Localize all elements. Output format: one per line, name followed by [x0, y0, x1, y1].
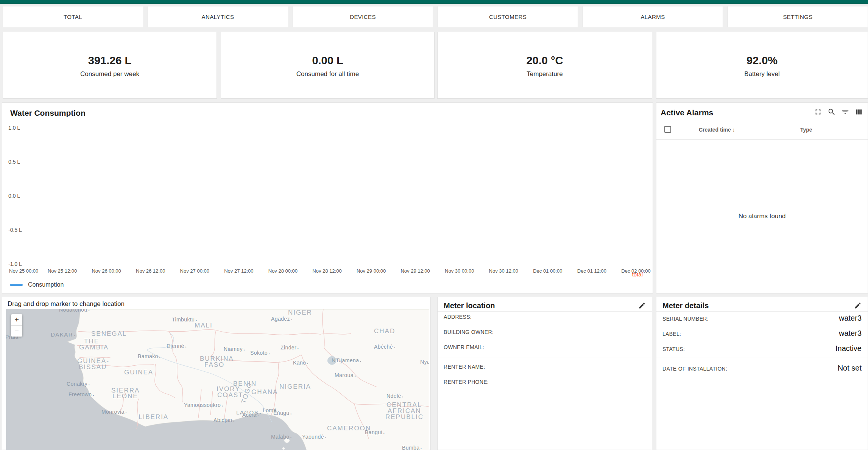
detail-row: STATUS:Inactive — [662, 344, 862, 353]
detail-row: OWNER EMAIL: — [444, 344, 646, 350]
country-label: SENEGAL — [91, 330, 127, 337]
stat-card-consumed-for-all-time: 0.00 LConsumed for all time — [221, 32, 435, 99]
detail-row-label: RENTER NAME: — [444, 364, 485, 370]
zoom-in-button[interactable]: + — [11, 314, 22, 325]
detail-row-label: ADDRESS: — [444, 314, 472, 320]
x-axis-tick: Nov 30 00:00 — [445, 268, 474, 274]
alarms-title: Active Alarms — [661, 108, 713, 117]
tab-alarms[interactable]: ALARMS — [583, 6, 723, 27]
sort-desc-arrow: ↓ — [732, 127, 735, 133]
detail-row-value: water3 — [839, 329, 862, 338]
city-label: Nyala▪ — [420, 359, 429, 365]
meter-details-title: Meter details — [662, 301, 709, 310]
alarms-toolbar — [814, 108, 863, 116]
map-canvas[interactable]: NIGERMALICHADSENEGALTHEGAMBIAGUINEA-BISS… — [6, 309, 429, 450]
map-zoom-control: + − — [11, 314, 22, 337]
city-label: DAKAR▪ — [51, 331, 76, 338]
panel-title-divider — [438, 311, 652, 312]
table-header-divider — [656, 139, 868, 140]
stat-value: 391.26 L — [88, 54, 131, 67]
x-axis-tick: Nov 29 12:00 — [400, 268, 430, 274]
city-label: Sokoto▪ — [250, 350, 270, 356]
detail-row: RENTER NAME: — [444, 364, 646, 370]
zoom-out-button[interactable]: − — [11, 326, 22, 337]
legend-label: Consumption — [28, 281, 64, 288]
city-label: Timbuktu▪ — [172, 317, 197, 323]
city-label: Yaoundé▪ — [302, 434, 326, 440]
stat-value: 0.00 L — [312, 54, 343, 67]
city-label: Abéché▪ — [374, 344, 395, 350]
map-title: Drag and drop marker to change location — [8, 300, 125, 308]
gridline — [20, 162, 648, 162]
city-label: Agadez▪ — [271, 316, 292, 322]
country-label: REPUBLIC — [385, 413, 424, 421]
detail-row-label: SERIAL NUMBER: — [662, 316, 709, 322]
country-label: GUINEA — [124, 369, 153, 376]
chart-total-label[interactable]: total — [632, 271, 643, 278]
tab-settings[interactable]: SETTINGS — [728, 6, 868, 27]
country-label: BENIN — [233, 380, 257, 387]
detail-row: LABEL:water3 — [662, 329, 862, 338]
x-axis-tick: Nov 28 00:00 — [268, 268, 298, 274]
stat-card-battery-level: 92.0%Battery level — [656, 32, 868, 99]
x-axis-tick: Nov 25 00:00 — [9, 268, 38, 274]
detail-row: SERIAL NUMBER:water3 — [662, 314, 862, 323]
top-accent-bar — [0, 0, 868, 4]
edit-icon[interactable] — [854, 302, 862, 309]
x-axis-tick: Dec 01 00:00 — [533, 268, 562, 274]
city-label: Conakry▪ — [67, 381, 90, 387]
column-type[interactable]: Type — [800, 127, 812, 133]
y-axis-tick: -1.0 L — [8, 261, 25, 267]
columns-icon[interactable] — [855, 108, 863, 116]
legend-line-swatch — [10, 284, 23, 286]
active-alarms-panel: Active Alarms Created time ↓ Type No ala… — [656, 102, 868, 293]
nav-tabs: TOTALANALYTICSDEVICESCUSTOMERSALARMSSETT… — [3, 6, 868, 27]
edit-icon[interactable] — [638, 302, 646, 309]
country-label: MALI — [195, 322, 213, 329]
stat-label: Battery level — [744, 70, 780, 78]
detail-row: BUILDING OWNER: — [444, 329, 646, 335]
map-panel: Drag and drop marker to change location — [2, 297, 431, 450]
panel-title-divider — [656, 311, 868, 312]
gridline — [20, 196, 648, 196]
tab-total[interactable]: TOTAL — [3, 6, 143, 27]
detail-row: ADDRESS: — [444, 314, 646, 320]
detail-row: DATE OF INSTALLATION:Not set — [662, 364, 862, 372]
city-label: Monrovia▪ — [101, 409, 127, 415]
x-axis-tick: Dec 01 12:00 — [577, 268, 606, 274]
detail-row-label: OWNER EMAIL: — [444, 344, 484, 350]
country-label: NIGERIA — [279, 383, 311, 390]
country-label: CHAD — [374, 327, 395, 335]
city-label: Maroua▪ — [335, 372, 356, 378]
x-axis-tick: Nov 28 12:00 — [312, 268, 341, 274]
x-axis-tick: Nov 26 12:00 — [136, 268, 165, 274]
x-axis-tick: Nov 26 00:00 — [92, 268, 121, 274]
tab-customers[interactable]: CUSTOMERS — [438, 6, 578, 27]
stat-value: 92.0% — [746, 54, 778, 67]
tab-devices[interactable]: DEVICES — [293, 6, 433, 27]
column-created-time[interactable]: Created time ↓ — [699, 127, 735, 133]
city-label: Niamey▪ — [224, 346, 245, 352]
chart-legend[interactable]: Consumption — [10, 281, 64, 288]
search-icon[interactable] — [827, 108, 836, 116]
stat-label: Consumed for all time — [296, 70, 359, 78]
gridline — [20, 230, 648, 230]
city-label: Ndélé▪ — [386, 393, 404, 399]
stat-label: Temperature — [527, 70, 563, 78]
fullscreen-icon[interactable] — [814, 108, 822, 116]
filter-icon[interactable] — [841, 108, 849, 116]
x-axis-tick: Nov 29 00:00 — [357, 268, 386, 274]
no-alarms-message: No alarms found — [656, 213, 868, 220]
city-label: Abidjan▪ — [213, 417, 235, 423]
map-image: NIGERMALICHADSENEGALTHEGAMBIAGUINEA-BISS… — [6, 309, 429, 450]
country-label: COAST — [217, 391, 243, 399]
water-consumption-panel: Water Consumption 1.0 L0.5 L0.0 L-0.5 L-… — [2, 102, 653, 293]
stat-card-consumed-per-week: 391.26 LConsumed per week — [3, 32, 217, 99]
country-label: GAMBIA — [79, 344, 109, 351]
city-label: Freetown▪ — [69, 391, 94, 397]
x-axis-tick: Nov 30 12:00 — [489, 268, 518, 274]
x-axis-tick: Nov 27 00:00 — [180, 268, 209, 274]
select-all-checkbox[interactable] — [664, 126, 671, 133]
country-label: CAMEROON — [327, 425, 371, 432]
tab-analytics[interactable]: ANALYTICS — [148, 6, 288, 27]
